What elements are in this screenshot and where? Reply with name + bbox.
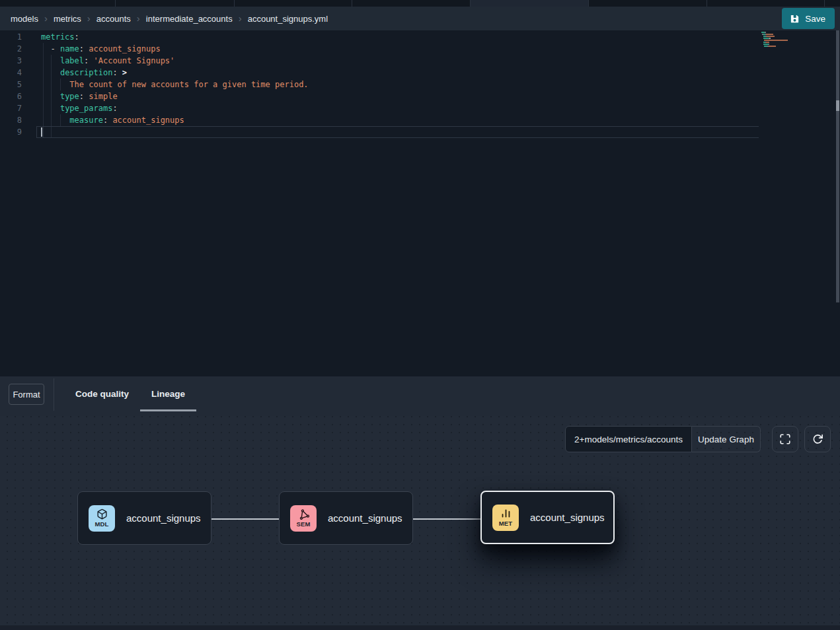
lineage-controls: Update Graph bbox=[565, 426, 831, 452]
line-number: 9 bbox=[0, 126, 26, 138]
format-button[interactable]: Format bbox=[9, 384, 44, 405]
breadcrumb-item[interactable]: intermediate_accounts bbox=[146, 14, 233, 24]
window-tab-filler bbox=[825, 0, 840, 7]
breadcrumb: models›metrics›accounts›intermediate_acc… bbox=[11, 13, 328, 24]
code-line: type: simple bbox=[41, 90, 309, 102]
node-badge-label: MDL bbox=[95, 520, 108, 528]
code-token: The count of new accounts for a given ti… bbox=[69, 80, 308, 89]
minimap-row bbox=[761, 46, 800, 47]
lineage-edge bbox=[211, 518, 279, 520]
node-badge-met: MET bbox=[492, 505, 519, 531]
code-token: : bbox=[103, 116, 112, 125]
code-line: measure: account_signups bbox=[41, 114, 309, 126]
breadcrumb-separator-icon: › bbox=[137, 13, 140, 24]
lineage-node-met[interactable]: METaccount_signups bbox=[480, 491, 615, 544]
editor-scrollbar-track[interactable] bbox=[836, 30, 839, 302]
node-label: account_signups bbox=[328, 512, 402, 524]
code-token bbox=[41, 56, 60, 65]
code-token: type_params bbox=[60, 104, 112, 113]
node-badge-label: MET bbox=[499, 520, 513, 527]
lineage-edge bbox=[413, 518, 480, 520]
window-tab[interactable] bbox=[235, 0, 352, 7]
window-tab[interactable] bbox=[589, 0, 707, 7]
code-token: simple bbox=[89, 92, 117, 101]
panel-tab-bar: Code qualityLineage bbox=[64, 376, 196, 411]
panel-bottom-strip bbox=[0, 625, 840, 630]
window-tab-strip bbox=[0, 0, 840, 7]
line-number-gutter: 123456789 bbox=[0, 31, 26, 138]
minimap-row bbox=[761, 38, 800, 39]
panel-tab-lineage[interactable]: Lineage bbox=[140, 376, 196, 411]
code-token: : bbox=[84, 56, 93, 65]
breadcrumb-item[interactable]: account_signups.yml bbox=[248, 14, 328, 24]
line-number: 7 bbox=[0, 102, 26, 114]
fullscreen-button[interactable] bbox=[772, 426, 798, 452]
code-token bbox=[41, 116, 69, 125]
code-token: label bbox=[60, 56, 84, 65]
window-tab[interactable] bbox=[471, 0, 589, 7]
divider bbox=[54, 378, 54, 411]
minimap-row bbox=[761, 40, 800, 41]
minimap[interactable] bbox=[761, 32, 800, 50]
refresh-icon bbox=[812, 433, 823, 445]
window-tab[interactable] bbox=[0, 0, 116, 7]
breadcrumb-item[interactable]: models bbox=[11, 14, 38, 24]
code-line: description: > bbox=[41, 67, 309, 79]
refresh-button[interactable] bbox=[804, 426, 831, 452]
node-badge-sem: SEM bbox=[290, 505, 317, 532]
selector-input[interactable] bbox=[565, 426, 692, 452]
code-token: : bbox=[75, 32, 79, 42]
code-token: metrics bbox=[41, 32, 75, 42]
window-tab[interactable] bbox=[352, 0, 471, 7]
code-token: account_signups bbox=[112, 116, 184, 125]
line-number: 1 bbox=[0, 31, 26, 43]
node-label: account_signups bbox=[530, 512, 605, 523]
code-token: type bbox=[60, 92, 79, 101]
line-number: 4 bbox=[0, 67, 26, 79]
code-token: account_signups bbox=[89, 44, 160, 53]
code-line: label: 'Account Signups' bbox=[41, 55, 309, 67]
update-graph-button[interactable]: Update Graph bbox=[692, 426, 761, 452]
line-number: 5 bbox=[0, 79, 26, 90]
breadcrumb-item[interactable]: accounts bbox=[96, 14, 131, 24]
code-line: type_params: bbox=[41, 102, 309, 114]
save-button[interactable]: Save bbox=[782, 8, 835, 29]
line-number: 2 bbox=[0, 43, 26, 55]
window-tab[interactable] bbox=[116, 0, 235, 7]
code-token: description bbox=[60, 68, 112, 77]
minimap-row bbox=[761, 42, 800, 43]
window-tab[interactable] bbox=[707, 0, 825, 7]
breadcrumb-separator-icon: › bbox=[87, 13, 91, 24]
code-editor[interactable]: 123456789 metrics: - name: account_signu… bbox=[0, 30, 840, 376]
code-token: name bbox=[60, 44, 79, 53]
code-token bbox=[41, 92, 60, 101]
editor-scrollbar-handle[interactable] bbox=[836, 100, 839, 111]
save-icon bbox=[790, 14, 800, 24]
code-line: The count of new accounts for a given ti… bbox=[41, 79, 309, 90]
minimap-row bbox=[761, 36, 800, 37]
breadcrumb-bar: models›metrics›accounts›intermediate_acc… bbox=[0, 7, 840, 30]
network-icon bbox=[298, 508, 309, 520]
bottom-panel: Format Code qualityLineage Update Graph bbox=[0, 376, 840, 630]
bar-chart-icon bbox=[500, 508, 512, 519]
fullscreen-icon bbox=[779, 433, 791, 445]
lineage-node-mdl[interactable]: MDLaccount_signups bbox=[77, 491, 211, 545]
breadcrumb-item[interactable]: metrics bbox=[54, 14, 81, 24]
code-token: - bbox=[50, 44, 59, 53]
lineage-node-sem[interactable]: SEMaccount_signups bbox=[279, 491, 413, 545]
minimap-row bbox=[761, 48, 800, 49]
node-badge-label: SEM bbox=[296, 520, 310, 528]
code-token bbox=[41, 68, 60, 77]
code-token: 'Account Signups' bbox=[93, 56, 174, 65]
code-line bbox=[41, 126, 309, 138]
code-token: : bbox=[79, 92, 89, 101]
code-content[interactable]: metrics: - name: account_signups label: … bbox=[41, 31, 309, 138]
lineage-canvas[interactable]: Update Graph bbox=[0, 416, 840, 625]
panel-tab-code-quality[interactable]: Code quality bbox=[64, 376, 140, 411]
breadcrumb-separator-icon: › bbox=[239, 13, 242, 24]
code-token: : bbox=[112, 68, 122, 77]
code-token bbox=[41, 44, 50, 53]
code-token: measure bbox=[69, 116, 103, 125]
breadcrumb-separator-icon: › bbox=[44, 13, 48, 24]
line-number: 8 bbox=[0, 114, 26, 126]
